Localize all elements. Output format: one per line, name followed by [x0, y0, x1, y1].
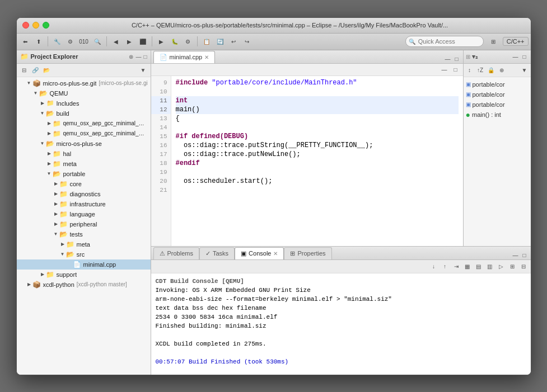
outline-item-4[interactable]: ● main() : int: [464, 110, 531, 120]
sync-icon[interactable]: ⊗: [129, 54, 133, 60]
tree-item-support[interactable]: ▶ 📁 support: [17, 270, 151, 280]
link-editor-button[interactable]: 🔗: [30, 65, 40, 75]
expand-arrow[interactable]: ▼: [46, 171, 53, 177]
expand-arrow[interactable]: ▶: [53, 181, 59, 187]
minimize-editor-icon[interactable]: —: [444, 55, 452, 63]
outline-btn-3[interactable]: 🔒: [486, 65, 496, 75]
tab-tasks[interactable]: ✓ Tasks: [199, 247, 235, 259]
outline-btn-1[interactable]: ↕: [465, 65, 475, 75]
maximize-bottom-icon[interactable]: □: [521, 252, 529, 259]
toolbar-btn-14[interactable]: 🔄: [214, 35, 226, 48]
tree-item-peripheral[interactable]: ▶ 📁 peripheral: [17, 219, 151, 229]
expand-arrow[interactable]: ▶: [39, 100, 46, 107]
tree-item-build[interactable]: ▼ 📂 build: [17, 108, 151, 119]
toolbar-btn-3[interactable]: 🔧: [51, 35, 63, 48]
tree-item-includes[interactable]: ▶ 📁 Includes: [17, 98, 151, 108]
editor-toolbar-btn-1[interactable]: —: [440, 64, 450, 74]
console-btn-7[interactable]: ▷: [496, 261, 506, 271]
toolbar-btn-7[interactable]: ◀: [110, 35, 122, 48]
outline-item-3[interactable]: ▣ portable/cor: [464, 100, 531, 110]
expand-arrow[interactable]: ▼: [39, 140, 46, 147]
toolbar-btn-2[interactable]: ⬆: [32, 35, 45, 48]
outline-item-1[interactable]: ▣ portable/cor: [464, 79, 531, 89]
toolbar-btn-13[interactable]: 📋: [200, 35, 213, 48]
tree-item-infrastructure[interactable]: ▶ 📁 infrastructure: [17, 199, 151, 209]
toolbar-btn-15[interactable]: ↩: [227, 35, 240, 48]
expand-arrow[interactable]: ▼: [32, 90, 39, 97]
perspective-label[interactable]: C/C++: [503, 37, 529, 46]
expand-arrow[interactable]: ▼: [59, 251, 66, 258]
expand-arrow[interactable]: ▼: [53, 231, 59, 238]
tab-properties[interactable]: ⊞ Properties: [284, 247, 331, 259]
tab-problems[interactable]: ⚠ Problems: [153, 247, 199, 259]
maximize-panel-icon[interactable]: □: [143, 54, 147, 60]
console-btn-9[interactable]: ⊟: [518, 261, 529, 271]
tree-item-micro-sub[interactable]: ▼ 📂 micro-os-plus-se: [17, 139, 151, 149]
toolbar-btn-6[interactable]: 🔍: [91, 35, 104, 48]
editor-tab-minimal[interactable]: 📄 minimal.cpp ✕: [153, 51, 216, 63]
console-btn-8[interactable]: ⊞: [507, 261, 517, 271]
console-btn-up[interactable]: ↑: [440, 261, 450, 271]
tree-item-language[interactable]: ▶ 📁 language: [17, 209, 151, 219]
close-button[interactable]: [22, 22, 29, 29]
console-tab-close[interactable]: ✕: [273, 251, 278, 257]
expand-arrow[interactable]: ▶: [39, 271, 46, 278]
outline-btn-dropdown[interactable]: ▼: [520, 65, 530, 75]
expand-arrow[interactable]: ▶: [53, 201, 59, 207]
toolbar-btn-9[interactable]: ⬛: [137, 35, 149, 48]
tree-item-qemu-debug[interactable]: ▶ 📁 qemu_osx_aep_gcc_minimal_Debug: [17, 119, 151, 129]
collapse-all-button[interactable]: ⊟: [19, 65, 29, 75]
toolbar-btn-8[interactable]: ▶: [123, 35, 135, 48]
console-btn-5[interactable]: ▤: [474, 261, 484, 271]
code-area[interactable]: #include "portable/core/include/MainThre…: [171, 76, 463, 246]
expand-arrow[interactable]: ▶: [26, 281, 32, 288]
view-menu-button[interactable]: ▼: [138, 65, 148, 75]
tree-item-diagnostics[interactable]: ▶ 📁 diagnostics: [17, 189, 151, 199]
minimize-panel-icon[interactable]: —: [135, 54, 141, 60]
tree-item-xcdl[interactable]: ▶ 📦 xcdl-python [xcdl-python master]: [17, 280, 151, 290]
tree-item-meta2[interactable]: ▶ 📁 meta: [17, 239, 151, 249]
minimize-button[interactable]: [32, 22, 39, 29]
open-perspective-button[interactable]: ⊞: [487, 35, 499, 48]
console-btn-3[interactable]: ⇥: [451, 261, 461, 271]
tree-item-portable[interactable]: ▼ 📂 portable: [17, 169, 151, 179]
tab-console[interactable]: ▣ Console ✕: [235, 247, 284, 259]
tree-item-tests[interactable]: ▼ 📂 tests: [17, 229, 151, 239]
toolbar-btn-11[interactable]: 🐛: [169, 35, 181, 48]
new-folder-button[interactable]: 📂: [41, 65, 52, 75]
editor-toolbar-btn-2[interactable]: □: [451, 64, 461, 74]
minimize-outline-icon[interactable]: —: [512, 53, 520, 60]
tab-close-icon[interactable]: ✕: [204, 54, 209, 60]
maximize-outline-icon[interactable]: □: [521, 53, 529, 60]
toolbar-btn-12[interactable]: ⚙: [182, 35, 194, 48]
outline-btn-4[interactable]: ⊕: [497, 65, 507, 75]
toolbar-btn-16[interactable]: ↪: [241, 35, 253, 48]
tree-item-core[interactable]: ▶ 📁 core: [17, 179, 151, 189]
tree-item-micro-os[interactable]: ▼ 📦 micro-os-plus-se.git [micro-os-plus-…: [17, 78, 151, 88]
expand-arrow[interactable]: ▼: [39, 110, 46, 117]
toolbar-btn-1[interactable]: ⬅: [19, 35, 31, 48]
tree-item-qemu[interactable]: ▼ 📂 QEMU: [17, 88, 151, 98]
console-btn-6[interactable]: ▥: [485, 261, 495, 271]
expand-arrow[interactable]: ▶: [59, 241, 66, 248]
expand-arrow[interactable]: ▼: [26, 80, 32, 87]
console-btn-down[interactable]: ↓: [429, 261, 439, 271]
tree-item-minimal-cpp[interactable]: 📄 minimal.cpp: [17, 259, 151, 270]
expand-arrow[interactable]: ▶: [46, 130, 53, 137]
toolbar-btn-4[interactable]: ⚙: [64, 35, 77, 48]
tree-item-meta[interactable]: ▶ 📁 meta: [17, 159, 151, 169]
expand-arrow[interactable]: ▶: [53, 191, 59, 197]
outline-btn-2[interactable]: ↑Z: [475, 65, 485, 75]
expand-arrow[interactable]: ▶: [46, 160, 53, 167]
console-btn-4[interactable]: ▦: [462, 261, 473, 271]
expand-arrow[interactable]: ▶: [46, 120, 53, 127]
maximize-editor-icon[interactable]: □: [453, 55, 461, 63]
expand-arrow[interactable]: ▶: [53, 221, 59, 228]
tree-item-src[interactable]: ▼ 📂 src: [17, 249, 151, 259]
expand-arrow[interactable]: ▶: [46, 150, 53, 157]
outline-item-2[interactable]: ▣ portable/cor: [464, 89, 531, 100]
minimize-bottom-icon[interactable]: —: [512, 252, 520, 259]
expand-arrow[interactable]: ▶: [53, 211, 59, 218]
maximize-button[interactable]: [43, 22, 49, 29]
tree-item-qemu-release[interactable]: ▶ 📁 qemu_osx_aep_gcc_minimal_Release: [17, 129, 151, 139]
